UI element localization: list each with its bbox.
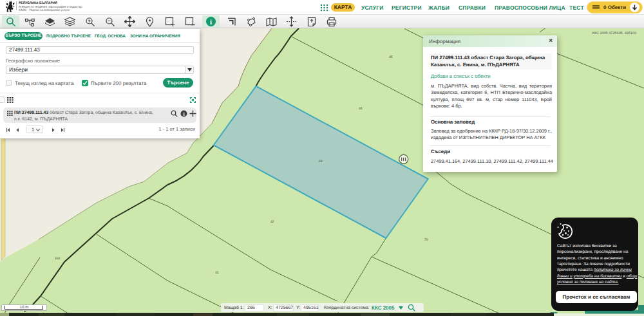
svg-text:70: 70 [424, 238, 428, 242]
svg-text:42: 42 [270, 220, 274, 224]
svg-text:41: 41 [215, 271, 219, 275]
svg-text:44: 44 [359, 107, 363, 111]
svg-text:43: 43 [319, 160, 323, 163]
svg-text:164: 164 [55, 257, 61, 261]
svg-text:45: 45 [389, 55, 393, 59]
svg-text:ККС 2005 4725635, 495100: ККС 2005 4725635, 495100 [592, 32, 636, 35]
svg-text:i: i [210, 19, 212, 26]
